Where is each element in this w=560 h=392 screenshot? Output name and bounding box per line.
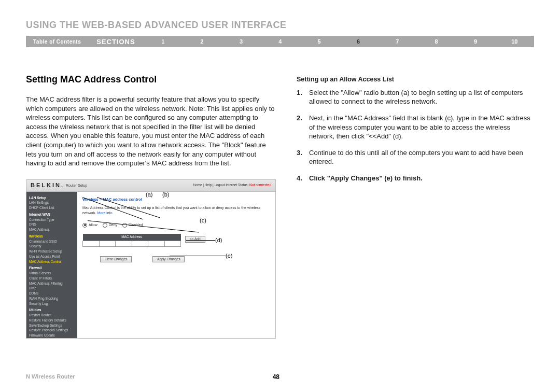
step-2: 2.Next, in the "MAC Address" field that … — [297, 114, 534, 141]
side-link[interactable]: MAC Address — [29, 227, 75, 232]
steps-list: 1.Select the "Allow" radio button (a) to… — [297, 88, 534, 183]
side-link[interactable]: Save/Backup Settings — [29, 323, 75, 328]
more-info-link[interactable]: More info — [97, 211, 112, 215]
side-link[interactable]: LAN Settings — [29, 200, 75, 205]
anno-a: (a) — [146, 191, 152, 199]
side-link[interactable]: System Settings — [29, 338, 75, 339]
side-link[interactable]: Channel and SSID — [29, 239, 75, 244]
side-link[interactable]: MAC Address Filtering — [29, 281, 75, 286]
mac-input-4[interactable] — [132, 241, 148, 246]
chapter-title: USING THE WEB-BASED ADVANCED USER INTERF… — [26, 20, 534, 31]
mac-input-3[interactable] — [116, 241, 132, 246]
anno-d: (d) — [215, 236, 222, 244]
page-number: 48 — [273, 373, 279, 381]
step-4: 4.Click "Apply Changes" (e) to finish. — [297, 174, 534, 183]
clear-changes-button[interactable]: Clear Changes — [100, 256, 132, 263]
side-link[interactable]: Restore Previous Settings — [29, 328, 75, 333]
section-nav: Table of Contents SECTIONS 1 2 3 4 5 6 7… — [26, 36, 534, 47]
side-group-header[interactable]: Utilities — [29, 307, 75, 313]
side-link[interactable]: DMZ — [29, 286, 75, 291]
right-heading: Setting up an Allow Access List — [297, 75, 534, 84]
nav-item-10[interactable]: 10 — [495, 38, 534, 45]
nav-item-8[interactable]: 8 — [417, 38, 456, 45]
side-link[interactable]: DDNS — [29, 291, 75, 296]
section-body: The MAC address filter is a powerful sec… — [26, 95, 276, 167]
nav-sections-label: SECTIONS — [88, 38, 143, 46]
shot-toplinks[interactable]: Home | Help | Logout Internet Status: No… — [193, 183, 271, 188]
step-3: 3.Continue to do this until all of the c… — [297, 148, 534, 166]
nav-item-7[interactable]: 7 — [378, 38, 417, 45]
mac-input-1[interactable] — [83, 241, 99, 246]
side-link[interactable]: Restart Router — [29, 313, 75, 318]
page-footer: N Wireless Router 48 — [26, 373, 534, 381]
side-link[interactable]: MAC Address Control — [29, 259, 75, 264]
nav-item-5[interactable]: 5 — [300, 38, 339, 45]
side-link[interactable]: Wi-Fi Protected Setup — [29, 249, 75, 254]
apply-changes-button[interactable]: Apply Changes — [152, 256, 185, 263]
shot-sidebar: LAN SetupLAN SettingsDHCP Client ListInt… — [26, 192, 77, 339]
side-link[interactable]: Virtual Servers — [29, 271, 75, 276]
nav-item-3[interactable]: 3 — [221, 38, 260, 45]
radio-row: Allow Deny Disabled — [82, 222, 270, 227]
belkin-logo: BELKIN. — [31, 181, 63, 189]
radio-allow[interactable]: Allow — [82, 222, 97, 227]
side-link[interactable]: Client IP Filters — [29, 276, 75, 281]
side-link[interactable]: DHCP Client List — [29, 205, 75, 211]
anno-b: (b) — [162, 191, 169, 199]
side-link[interactable]: Connection Type — [29, 217, 75, 222]
nav-item-4[interactable]: 4 — [261, 38, 300, 45]
footer-model: N Wireless Router — [26, 373, 75, 381]
nav-item-2[interactable]: 2 — [183, 38, 221, 45]
side-link[interactable]: Security — [29, 244, 75, 249]
side-group-header[interactable]: Firewall — [29, 265, 75, 271]
side-link[interactable]: Restore Factory Defaults — [29, 318, 75, 323]
shot-title: Router Setup — [66, 183, 87, 188]
mac-input-5[interactable] — [148, 241, 164, 246]
shot-header: BELKIN. Router Setup Home | Help | Logou… — [26, 180, 275, 192]
router-screenshot: BELKIN. Router Setup Home | Help | Logou… — [26, 179, 276, 339]
side-group-header[interactable]: Internet WAN — [29, 212, 75, 217]
nav-item-1[interactable]: 1 — [144, 38, 183, 45]
section-heading: Setting MAC Address Control — [26, 73, 276, 86]
anno-c: (c) — [200, 217, 206, 225]
side-link[interactable]: WAN Ping Blocking — [29, 296, 75, 301]
anno-e: (e) — [226, 252, 232, 260]
step-1: 1.Select the "Allow" radio button (a) to… — [297, 88, 534, 106]
side-group-header[interactable]: Wireless — [29, 234, 75, 239]
add-button[interactable]: << Add — [185, 236, 205, 243]
shot-main: Wireless > MAC address control Mac Addre… — [77, 192, 275, 339]
side-link[interactable]: Firmware Update — [29, 333, 75, 338]
mac-input-6[interactable] — [165, 241, 181, 246]
mac-input-2[interactable] — [100, 241, 116, 246]
side-link[interactable]: DNS — [29, 222, 75, 227]
mac-header: MAC Address — [83, 234, 181, 241]
side-group-header[interactable]: LAN Setup — [29, 195, 75, 201]
nav-item-6[interactable]: 6 — [339, 38, 377, 45]
nav-item-9[interactable]: 9 — [456, 38, 495, 45]
nav-toc[interactable]: Table of Contents — [26, 39, 88, 45]
side-link[interactable]: Security Log — [29, 301, 75, 306]
mac-table: MAC Address — [82, 234, 181, 247]
side-link[interactable]: Use as Access Point — [29, 254, 75, 259]
